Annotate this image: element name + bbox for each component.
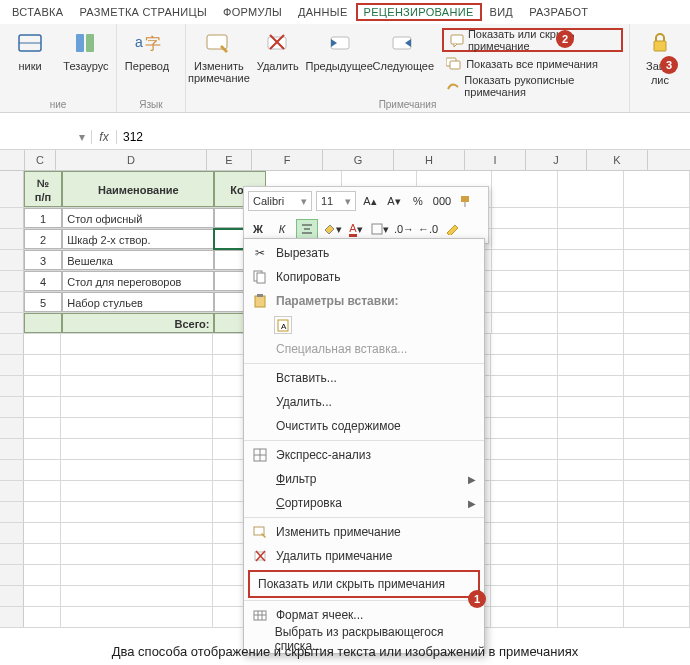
table-cell-name[interactable]: Вешелка <box>62 250 214 270</box>
select-all-corner[interactable] <box>0 150 25 170</box>
ink-icon <box>446 79 460 93</box>
table-cell-name[interactable]: Стол для переговоров <box>62 271 214 291</box>
menu-edit-comment[interactable]: Изменить примечание <box>244 520 484 544</box>
tab-view[interactable]: ВИД <box>482 3 522 21</box>
font-select[interactable]: Calibri▾ <box>248 191 312 211</box>
svg-text:a: a <box>135 34 143 50</box>
group-comments-label: Примечания <box>192 99 623 110</box>
format-painter-icon[interactable] <box>456 192 476 210</box>
ribbon-body: ники Тезаурус ние a字 Перевод <box>0 24 690 113</box>
decrease-decimal-icon[interactable]: ←.0 <box>418 220 438 238</box>
tab-insert[interactable]: ВСТАВКА <box>4 3 71 21</box>
bold-button[interactable]: Ж <box>248 220 268 238</box>
translate-button[interactable]: a字 Перевод <box>123 28 171 72</box>
tab-developer[interactable]: РАЗРАБОТ <box>521 3 596 21</box>
prev-comment-icon <box>324 28 354 58</box>
delete-comment-button[interactable]: Удалить <box>254 28 302 72</box>
increase-font-icon[interactable]: A▴ <box>360 192 380 210</box>
formula-bar: ▾ fx <box>0 125 690 150</box>
tab-data[interactable]: ДАННЫЕ <box>290 3 356 21</box>
col-header-f[interactable]: F <box>252 150 323 170</box>
show-hide-label: Показать или скрыть примечание <box>468 28 615 52</box>
scissors-icon: ✂ <box>252 245 268 261</box>
svg-rect-14 <box>372 224 382 234</box>
menu-delete[interactable]: Удалить... <box>244 390 484 414</box>
row-header[interactable] <box>0 313 24 333</box>
row-header[interactable] <box>0 171 24 207</box>
edit-comment-button[interactable]: Изменить примечание <box>192 28 246 84</box>
table-header-num: № п/п <box>24 171 62 207</box>
spelling-label: ники <box>18 60 41 72</box>
menu-delete-comment[interactable]: Удалить примечание <box>244 544 484 568</box>
fill-color-icon[interactable]: ▾ <box>322 220 342 238</box>
col-header-e[interactable]: E <box>207 150 252 170</box>
delete-comment-label: Удалить <box>257 60 299 72</box>
menu-filter[interactable]: ФФильтрильтр▶ <box>244 467 484 491</box>
menu-show-hide-comments[interactable]: Показать или скрыть примечания <box>248 570 480 598</box>
percent-icon[interactable]: % <box>408 192 428 210</box>
table-cell-num[interactable]: 3 <box>24 250 62 270</box>
tab-review[interactable]: РЕЦЕНЗИРОВАНИЕ <box>356 3 482 21</box>
col-header-j[interactable]: J <box>526 150 587 170</box>
menu-paste-options: Параметры вставки: <box>244 289 484 313</box>
format-cells-icon <box>252 607 268 623</box>
increase-decimal-icon[interactable]: .0→ <box>394 220 414 238</box>
format-icon[interactable] <box>442 220 462 238</box>
thousands-icon[interactable]: 000 <box>432 192 452 210</box>
menu-cut[interactable]: ✂ Вырезать <box>244 241 484 265</box>
row-header[interactable] <box>0 292 24 312</box>
prev-comment-button[interactable]: Предыдущее <box>310 28 369 72</box>
table-cell-num[interactable]: 2 <box>24 229 62 249</box>
next-comment-button[interactable]: Следующее <box>376 28 430 72</box>
col-header-i[interactable]: I <box>465 150 526 170</box>
protect-sub: лис <box>651 74 669 86</box>
mini-toolbar: Calibri▾ 11▾ A▴ A▾ % 000 Ж К ▾ A▾ ▾ .0→ … <box>243 186 489 244</box>
table-cell-name[interactable]: Набор стульев <box>62 292 214 312</box>
delete-comment-icon <box>252 548 268 564</box>
show-hide-comment-button[interactable]: Показать или скрыть примечание <box>442 28 623 52</box>
name-box-dropdown[interactable]: ▾ <box>73 130 92 144</box>
col-header-d[interactable]: D <box>56 150 207 170</box>
protect-sheet-button[interactable]: Защи лис <box>636 28 684 86</box>
row-header[interactable] <box>0 271 24 291</box>
menu-paste-values[interactable]: A <box>244 313 484 337</box>
svg-text:A: A <box>281 322 287 331</box>
svg-rect-2 <box>86 34 94 52</box>
menu-copy[interactable]: Копировать <box>244 265 484 289</box>
row-header[interactable] <box>0 229 24 249</box>
font-size-select[interactable]: 11▾ <box>316 191 356 211</box>
row-header[interactable] <box>0 208 24 228</box>
svg-rect-1 <box>76 34 84 52</box>
decrease-font-icon[interactable]: A▾ <box>384 192 404 210</box>
table-cell-num[interactable]: 5 <box>24 292 62 312</box>
col-header-g[interactable]: G <box>323 150 394 170</box>
col-header-h[interactable]: H <box>394 150 465 170</box>
table-total-label[interactable]: Всего: <box>62 313 214 333</box>
menu-sort[interactable]: Сортировка▶ <box>244 491 484 515</box>
menu-format-cells[interactable]: Формат ячеек... <box>244 603 484 627</box>
thesaurus-button[interactable]: Тезаурус <box>62 28 110 72</box>
table-cell-name[interactable]: Стол офисный <box>62 208 214 228</box>
svg-rect-18 <box>257 294 263 297</box>
formula-input[interactable] <box>117 130 690 144</box>
table-cell-num[interactable]: 4 <box>24 271 62 291</box>
fx-button[interactable]: fx <box>92 130 117 144</box>
menu-quick-analysis[interactable]: Экспресс-анализ <box>244 443 484 467</box>
menu-insert[interactable]: Вставить... <box>244 366 484 390</box>
thesaurus-label: Тезаурус <box>63 60 108 72</box>
align-center-icon[interactable] <box>296 219 318 239</box>
menu-clear[interactable]: Очистить содержимое <box>244 414 484 438</box>
borders-icon[interactable]: ▾ <box>370 220 390 238</box>
show-ink-comments-button[interactable]: Показать рукописные примечания <box>442 76 623 96</box>
show-all-comments-button[interactable]: Показать все примечания <box>442 54 623 74</box>
italic-button[interactable]: К <box>272 220 292 238</box>
col-header-k[interactable]: K <box>587 150 648 170</box>
spelling-button[interactable]: ники <box>6 28 54 72</box>
table-cell-num[interactable]: 1 <box>24 208 62 228</box>
row-header[interactable] <box>0 250 24 270</box>
table-cell-name[interactable]: Шкаф 2-х створ. <box>62 229 214 249</box>
tab-page-layout[interactable]: РАЗМЕТКА СТРАНИЦЫ <box>71 3 215 21</box>
font-color-icon[interactable]: A▾ <box>346 220 366 238</box>
tab-formulas[interactable]: ФОРМУЛЫ <box>215 3 290 21</box>
col-header-c[interactable]: C <box>25 150 56 170</box>
